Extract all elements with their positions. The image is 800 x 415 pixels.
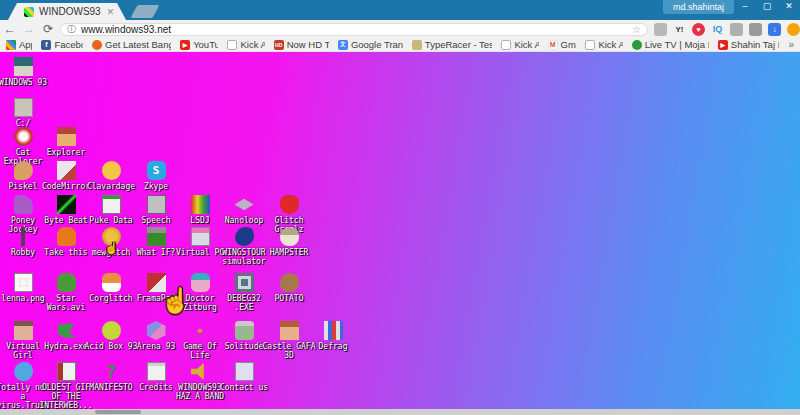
bookmark-bangla-news[interactable]: Get Latest Bangla Ne: [92, 39, 171, 50]
bookmark-live-tv[interactable]: Live TV | Moja Loss?: [632, 39, 709, 50]
icon-label: Byte Beat: [44, 216, 87, 225]
pages-pencil-icon: [235, 362, 254, 381]
bookmark-now-hd-time[interactable]: HDNow HD TIme: [274, 39, 329, 50]
apps-grid-icon: [6, 40, 16, 50]
dolphin-icon: [14, 362, 33, 381]
bookmark-shahin-taj-fokir[interactable]: ▶Shahin Taj Fokir: [718, 39, 780, 50]
computer-icon: [14, 57, 33, 76]
bookmark-typeracer[interactable]: TypeRacer - Test your: [412, 39, 493, 50]
stick-figure-icon: [14, 227, 33, 246]
url-bar[interactable]: ⓘ www.windows93.net ☆: [60, 23, 648, 36]
camera-extension-icon[interactable]: [749, 23, 762, 36]
lips-icon: [280, 195, 299, 214]
browser-toolbar: ← → ⟳ ⓘ www.windows93.net ☆ Y! ♥ IQ ↓: [0, 20, 800, 38]
desktop-icon-contact-us[interactable]: Contact us: [216, 362, 272, 392]
bookmark-label: Apps: [19, 39, 32, 50]
icon-label: LSDJ: [190, 216, 209, 225]
icon-label: Robby: [11, 248, 35, 257]
hamster-icon: [280, 227, 299, 246]
woman-face-icon: [14, 321, 33, 340]
desktop-icon-explorer[interactable]: Explorer: [38, 127, 94, 157]
url-text[interactable]: www.windows93.net: [81, 24, 632, 35]
bookmark-apps[interactable]: Apps: [6, 39, 32, 50]
bookmark-kick-ass-2[interactable]: Kick Ass: [501, 39, 538, 50]
bookmark-label: TypeRacer - Test your: [425, 39, 493, 50]
bookmark-gmail[interactable]: MGmail: [548, 39, 577, 50]
bookmark-youtube[interactable]: ▶YouTube: [180, 39, 218, 50]
refresh-icon[interactable]: ⟳: [39, 22, 58, 36]
bookmarks-overflow-chevron[interactable]: »: [788, 39, 794, 50]
minimize-button[interactable]: –: [734, 0, 756, 14]
new-tab-button[interactable]: [131, 5, 160, 18]
desktop-icon-hampster[interactable]: HAMPSTER: [261, 227, 317, 257]
cat-icon: [57, 161, 76, 180]
tab-title: WINDOWS93: [39, 6, 101, 17]
forward-icon[interactable]: →: [19, 22, 38, 36]
icon-label: Contact us: [220, 383, 268, 392]
dragon-icon: [57, 321, 76, 340]
small-hand-cursor-icon: ☝: [104, 241, 119, 255]
horizontal-scrollbar[interactable]: [0, 409, 800, 415]
bookmark-kick-ass-1[interactable]: Kick Ass: [227, 39, 264, 50]
bookmark-label: Kick Ass: [240, 39, 264, 50]
back-icon[interactable]: ←: [0, 22, 19, 36]
monitor-icon: [235, 273, 254, 292]
close-button[interactable]: ✕: [778, 0, 800, 14]
windows93-desktop[interactable]: WINDOWS 93 C:/ Cat Explorer Explorer Pis…: [0, 52, 800, 409]
fly-blob-icon: [235, 227, 254, 246]
skype-s-icon: S: [147, 161, 166, 180]
icon-label: Take this: [44, 248, 87, 257]
smiley-icon: [102, 321, 121, 340]
youtube-icon: ▶: [180, 40, 190, 50]
yoda-icon: [57, 273, 76, 292]
page-info-icon[interactable]: ⓘ: [67, 23, 76, 36]
chrome-profile-chip[interactable]: md.shahintaj: [663, 0, 734, 14]
bookmark-label: YouTube: [193, 39, 218, 50]
maximize-button[interactable]: ▢: [756, 0, 778, 14]
bookmark-star-icon[interactable]: ☆: [632, 24, 641, 35]
icon-label: Zkype: [144, 182, 168, 191]
extensions-row: Y! ♥ IQ ↓: [654, 23, 800, 36]
icon-label: Arena 93: [137, 342, 176, 351]
chat-smiley-icon: [102, 161, 121, 180]
bookmark-label: Shahin Taj Fokir: [731, 39, 780, 50]
page-icon: [227, 40, 237, 50]
bookmark-label: Now HD TIme: [287, 39, 329, 50]
menu-update-icon[interactable]: [787, 23, 800, 36]
window-titlebar: md.shahintaj – ▢ ✕ WINDOWS93 ✕: [0, 0, 800, 20]
hard-drive-icon: [14, 98, 33, 117]
grey-clip-extension-icon[interactable]: [654, 23, 667, 36]
keyboard-icon: [412, 40, 422, 50]
bookmark-google-translate[interactable]: 文Google Translate: [338, 39, 403, 50]
question-mark-icon: ?: [102, 362, 121, 381]
waveform-icon: [57, 195, 76, 214]
red-heart-extension-icon[interactable]: ♥: [692, 23, 705, 36]
icon-label: Credits: [139, 383, 173, 392]
tab-close-icon[interactable]: ✕: [107, 7, 115, 17]
desktop-icon-windows93[interactable]: WINDOWS 93: [0, 57, 51, 87]
iq-extension-icon[interactable]: IQ: [711, 23, 724, 36]
gmail-icon: M: [548, 40, 558, 50]
bookmark-facebook[interactable]: fFacebook: [41, 39, 83, 50]
desktop-icon-zkype[interactable]: SZkype: [128, 161, 184, 191]
grey-box-extension-icon[interactable]: [730, 23, 743, 36]
site-favicon-icon: [92, 40, 102, 50]
desktop-icon-c-drive[interactable]: C:/: [0, 98, 51, 128]
icon-label: Corglitch: [89, 294, 132, 303]
icon-label: POTATO: [275, 294, 304, 303]
bookmark-kick-ass-3[interactable]: Kick Ass: [585, 39, 622, 50]
corgi-icon: [102, 273, 121, 292]
scrollbar-thumb[interactable]: [95, 410, 141, 414]
icon-label: Piskel: [9, 182, 38, 191]
talking-face-icon: [147, 195, 166, 214]
y-badge-extension-icon[interactable]: Y!: [673, 23, 686, 36]
image-file-icon: [14, 273, 33, 292]
speaker-icon: [191, 362, 210, 381]
download-extension-icon[interactable]: ↓: [768, 23, 781, 36]
icon-label: Puke Data: [89, 216, 132, 225]
old-man-icon: [57, 227, 76, 246]
desktop-icon-defrag[interactable]: Defrag: [305, 321, 361, 351]
book-icon: [57, 362, 76, 381]
desktop-icon-potato[interactable]: POTATO: [261, 273, 317, 303]
browser-tab[interactable]: WINDOWS93 ✕: [8, 3, 126, 20]
